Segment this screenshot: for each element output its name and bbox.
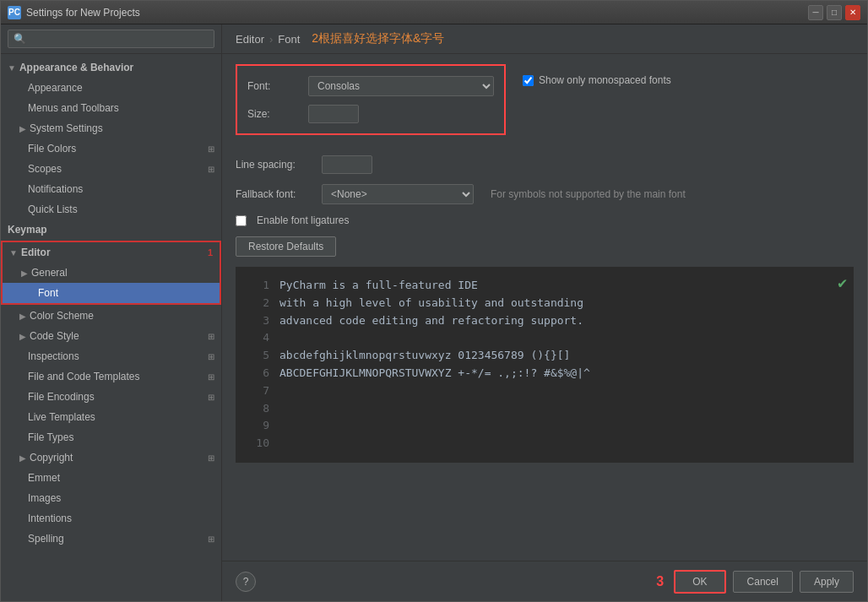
size-row: Size: 20 <box>247 105 494 123</box>
sidebar-item-spelling[interactable]: Spelling ⊞ <box>1 529 221 549</box>
step-number-1: 1 <box>208 246 213 260</box>
sidebar-item-file-colors[interactable]: File Colors ⊞ <box>1 138 221 159</box>
expand-arrow: ▶ <box>19 452 26 464</box>
preview-line-1: 1 PyCharm is a full-featured IDE <box>249 277 840 295</box>
sidebar-item-keymap[interactable]: Keymap <box>1 220 221 240</box>
close-button[interactable]: ✕ <box>845 5 860 20</box>
size-input[interactable]: 20 <box>308 105 359 123</box>
annotation-text: 2根据喜好选择字体&字号 <box>312 31 444 46</box>
maximize-button[interactable]: □ <box>827 5 842 20</box>
sidebar: ▼ Appearance & Behavior Appearance Menus… <box>1 24 222 601</box>
sidebar-item-label: Editor <box>21 245 204 260</box>
preview-line-3: 3 advanced code editing and refactoring … <box>249 312 840 330</box>
sidebar-item-label: General <box>31 265 213 280</box>
minimize-button[interactable]: ─ <box>808 5 823 20</box>
fallback-row: Fallback font: <None> For symbols not su… <box>236 184 854 204</box>
checkmark-icon: ✔ <box>838 274 847 292</box>
expand-arrow: ▼ <box>8 62 16 74</box>
sidebar-item-file-encodings[interactable]: File Encodings ⊞ <box>1 387 221 407</box>
ligatures-row: Enable font ligatures <box>236 214 854 226</box>
line-number: 8 <box>249 400 269 418</box>
expand-arrow: ▶ <box>19 310 26 323</box>
sidebar-item-label: Appearance & Behavior <box>19 60 214 75</box>
apply-button[interactable]: Apply <box>800 571 854 593</box>
sidebar-item-editor[interactable]: ▼ Editor 1 <box>3 242 220 263</box>
line-content: advanced code editing and refactoring su… <box>279 312 583 330</box>
monospaced-label: Show only monospaced fonts <box>539 74 671 86</box>
settings-content: Font: Consolas Size: 20 Show only monosp <box>222 54 867 561</box>
settings-icon: ⊞ <box>208 371 214 383</box>
sidebar-item-appearance[interactable]: Appearance <box>1 78 221 98</box>
sidebar-item-general[interactable]: ▶ General <box>3 263 220 283</box>
preview-line-7: 7 <box>249 382 840 400</box>
sidebar-item-code-style[interactable]: ▶ Code Style ⊞ <box>1 326 221 346</box>
ligatures-label: Enable font ligatures <box>257 214 349 226</box>
line-spacing-row: Line spacing: 1.0 <box>236 155 854 174</box>
font-row: Font: Consolas <box>247 76 494 96</box>
help-button[interactable]: ? <box>236 572 256 592</box>
search-box <box>1 24 221 54</box>
preview-line-8: 8 <box>249 400 840 418</box>
sidebar-item-label: Menus and Toolbars <box>28 100 214 116</box>
sidebar-item-color-scheme[interactable]: ▶ Color Scheme <box>1 306 221 326</box>
line-number: 9 <box>249 417 269 435</box>
line-number: 3 <box>249 312 269 330</box>
fallback-dropdown[interactable]: <None> <box>322 184 474 204</box>
search-input[interactable] <box>8 30 214 48</box>
bottom-bar: ? 3 OK Cancel Apply <box>222 561 867 601</box>
font-dropdown[interactable]: Consolas <box>308 76 494 96</box>
line-number: 1 <box>249 277 269 295</box>
size-label: Size: <box>247 108 298 120</box>
settings-icon: ⊞ <box>208 350 214 363</box>
sidebar-item-label: Code Style <box>30 328 204 344</box>
sidebar-item-label: Keymap <box>8 222 214 237</box>
sidebar-item-label: Notifications <box>28 182 214 197</box>
window-controls: ─ □ ✕ <box>808 5 860 20</box>
sidebar-item-label: Quick Lists <box>28 202 214 217</box>
sidebar-item-file-code-templates[interactable]: File and Code Templates ⊞ <box>1 366 221 387</box>
settings-icon: ⊞ <box>208 452 214 464</box>
restore-defaults-button[interactable]: Restore Defaults <box>236 236 336 257</box>
sidebar-item-system-settings[interactable]: ▶ System Settings <box>1 118 221 138</box>
sidebar-item-intentions[interactable]: Intentions <box>1 508 221 529</box>
preview-area: ✔ 1 PyCharm is a full-featured IDE 2 wit… <box>236 267 854 463</box>
sidebar-item-quick-lists[interactable]: Quick Lists <box>1 199 221 220</box>
sidebar-item-label: Live Templates <box>28 409 214 425</box>
sidebar-item-appearance-behavior[interactable]: ▼ Appearance & Behavior <box>1 57 221 78</box>
settings-icon: ⊞ <box>208 330 214 343</box>
sidebar-item-label: Images <box>28 491 214 506</box>
sidebar-item-menus-toolbars[interactable]: Menus and Toolbars <box>1 98 221 118</box>
settings-icon: ⊞ <box>208 163 214 176</box>
ligatures-checkbox[interactable] <box>236 215 247 226</box>
sidebar-item-label: File Types <box>28 430 214 445</box>
sidebar-item-label: File Colors <box>28 141 204 156</box>
step-number-3: 3 <box>656 574 664 589</box>
sidebar-item-inspections[interactable]: Inspections ⊞ <box>1 346 221 366</box>
sidebar-item-label: Spelling <box>28 531 204 546</box>
line-content: with a high level of usability and outst… <box>279 295 583 312</box>
sidebar-item-images[interactable]: Images <box>1 488 221 508</box>
sidebar-item-notifications[interactable]: Notifications <box>1 179 221 199</box>
sidebar-item-label: File and Code Templates <box>28 369 204 384</box>
sidebar-item-font[interactable]: Font <box>3 283 220 303</box>
sidebar-item-emmet[interactable]: Emmet <box>1 468 221 488</box>
sidebar-item-live-templates[interactable]: Live Templates <box>1 407 221 427</box>
settings-icon: ⊞ <box>208 533 214 545</box>
font-label: Font: <box>247 80 298 92</box>
sidebar-item-file-types[interactable]: File Types <box>1 427 221 447</box>
line-spacing-input[interactable]: 1.0 <box>322 155 372 174</box>
sidebar-item-scopes[interactable]: Scopes ⊞ <box>1 159 221 179</box>
sidebar-item-label: Scopes <box>28 161 204 176</box>
sidebar-item-label: Intentions <box>28 511 214 526</box>
cancel-button[interactable]: Cancel <box>733 571 793 593</box>
line-number: 5 <box>249 347 269 365</box>
ok-button[interactable]: OK <box>674 570 725 594</box>
breadcrumb-parent: Editor <box>236 33 264 46</box>
sidebar-item-label: Inspections <box>28 349 204 364</box>
preview-line-2: 2 with a high level of usability and out… <box>249 295 840 312</box>
sidebar-item-copyright[interactable]: ▶ Copyright ⊞ <box>1 447 221 468</box>
monospaced-checkbox-row: Show only monospaced fonts <box>523 74 671 86</box>
expand-arrow: ▶ <box>21 267 28 279</box>
monospaced-checkbox[interactable] <box>523 75 534 86</box>
line-number: 7 <box>249 382 269 400</box>
